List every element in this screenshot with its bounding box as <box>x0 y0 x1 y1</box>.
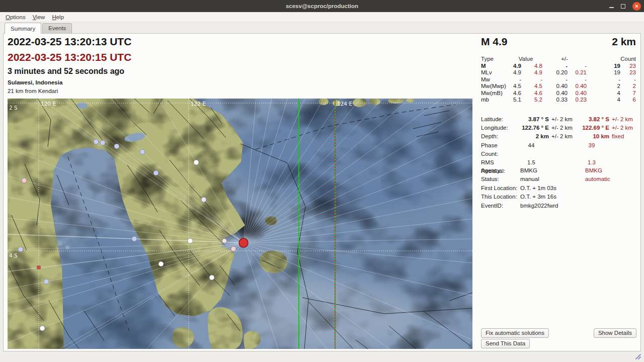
col-header-type: Type <box>481 56 509 63</box>
station-marker <box>209 275 214 280</box>
epicenter-marker <box>239 238 248 247</box>
info-manual-value: O.T. + 1m 03s <box>520 184 585 193</box>
loc-auto-value: 10 km <box>574 132 609 141</box>
station-marker <box>114 144 119 149</box>
magnitude-table: TypeValue+/-CountM4.94.8--1923MLv4.94.90… <box>481 56 636 104</box>
minimize-icon[interactable] <box>609 7 614 8</box>
mag-count-auto: 23 <box>620 63 636 70</box>
mag-count: - <box>587 76 620 83</box>
summary-pane: 2022-03-25 13:20:13 UTC 2022-03-25 13:20… <box>3 33 641 351</box>
loc-manual-error: +/- 2 km <box>549 124 574 132</box>
mag-value-auto: 4.8 <box>521 63 542 70</box>
station-marker <box>222 239 227 243</box>
mag-count-auto: 23 <box>620 69 636 76</box>
mag-value-auto: 4.5 <box>521 83 542 90</box>
menu-options[interactable]: Options <box>2 13 29 21</box>
info-auto-value <box>585 202 636 210</box>
event-map[interactable]: 120 E122 E124 E2 S4 S <box>8 99 472 349</box>
info-auto-value <box>585 193 636 201</box>
info-manual-value: BMKG <box>520 166 585 175</box>
mag-type: mb <box>481 97 509 104</box>
mag-count: 4 <box>587 90 620 97</box>
station-marker <box>188 238 193 243</box>
tab-bar: SummaryEvents <box>0 22 644 33</box>
region-name: Sulawesi, Indonesia <box>8 79 62 85</box>
loc-label: Latitude: <box>481 115 514 124</box>
info-label: EventID: <box>481 202 520 210</box>
loc-auto-value: 39 <box>574 141 609 158</box>
window-controls: × <box>609 0 641 12</box>
window-title: scesv@scproc/production <box>286 3 358 9</box>
station-marker <box>44 279 49 284</box>
station-marker <box>40 326 45 331</box>
elapsed-time: 3 minutes and 52 seconds ago <box>8 67 124 76</box>
close-icon[interactable]: × <box>632 2 641 11</box>
longitude-label: 120 E <box>41 101 56 107</box>
magnitude-value: M 4.9 <box>481 36 508 48</box>
latitude-label: 2 S <box>9 105 18 111</box>
restore-icon[interactable] <box>621 4 625 9</box>
mag-type: MLv <box>481 69 509 76</box>
info-label: This Location: <box>481 193 520 201</box>
mag-pm-auto: 0.40 <box>568 83 587 90</box>
loc-auto-error <box>609 141 636 158</box>
station-marker <box>100 140 105 145</box>
mag-pm-auto: - <box>568 76 587 83</box>
station-marker <box>194 160 199 165</box>
mag-pm: 0.40 <box>542 83 568 90</box>
menu-view[interactable]: View <box>29 13 49 21</box>
mag-value-auto: - <box>521 76 542 83</box>
map-svg[interactable]: 120 E122 E124 E2 S4 S <box>8 99 472 349</box>
mag-value: - <box>509 76 521 83</box>
mag-value: 4.9 <box>509 63 521 70</box>
tab-summary[interactable]: Summary <box>5 23 41 34</box>
station-marker <box>140 149 145 154</box>
loc-auto-error: +/- 2 km <box>609 115 636 124</box>
mag-pm-auto: 0.40 <box>568 90 587 97</box>
mag-pm: - <box>542 63 568 70</box>
loc-manual-value: 3.87 ° S <box>514 115 549 124</box>
nearest-city: 21 km from Kendari <box>8 88 58 94</box>
info-label: First Location: <box>481 184 520 193</box>
longitude-label: 122 E <box>191 101 206 107</box>
loc-auto-value: 3.82 ° S <box>574 115 609 124</box>
mag-count-auto: 6 <box>620 97 636 104</box>
depth-value: 2 km <box>612 36 636 48</box>
info-auto-value: automatic <box>585 175 636 184</box>
col-header-pm: +/- <box>542 56 587 63</box>
info-grid: Agency:BMKGBMKGStatus:manualautomaticFir… <box>481 166 636 210</box>
mag-count: 4 <box>587 97 620 104</box>
mag-type: Mw(mB) <box>481 90 509 97</box>
tab-events[interactable]: Events <box>42 23 72 33</box>
station-marker <box>37 265 41 269</box>
mag-count: 19 <box>587 69 620 76</box>
loc-manual-error <box>549 141 574 158</box>
fix-automatic-solutions-button[interactable]: Fix automatic solutions <box>481 328 549 338</box>
info-manual-value: bmkg2022fwrd <box>520 202 585 210</box>
loc-label: Longitude: <box>481 124 514 132</box>
title-bar[interactable]: scesv@scproc/production × <box>0 0 644 12</box>
mag-pm: 0.33 <box>542 97 568 104</box>
info-label: Agency: <box>481 166 520 175</box>
info-manual-value: O.T. + 3m 16s <box>520 193 585 201</box>
menu-help[interactable]: Help <box>48 13 67 21</box>
mag-pm: 0.40 <box>542 90 568 97</box>
info-manual-value: manual <box>520 175 585 184</box>
station-marker <box>18 247 23 252</box>
mag-value: 5.1 <box>509 97 521 104</box>
station-marker <box>153 170 158 175</box>
resize-grip-icon[interactable] <box>634 353 641 360</box>
mag-pm: 0.20 <box>542 69 568 76</box>
mag-value: 4.9 <box>509 69 521 76</box>
send-this-data-button[interactable]: Send This Data <box>481 339 530 348</box>
station-marker <box>22 178 27 183</box>
info-label: Status: <box>481 175 520 184</box>
col-header-count: Count <box>587 56 636 63</box>
mag-count-auto: 7 <box>620 90 636 97</box>
loc-label: Phase Count: <box>481 141 514 158</box>
mag-pm-auto: 0.23 <box>568 97 587 104</box>
mag-pm: - <box>542 76 568 83</box>
loc-manual-value: 44 <box>514 141 549 158</box>
station-marker <box>201 197 206 202</box>
show-details-button[interactable]: Show Details <box>594 328 636 338</box>
